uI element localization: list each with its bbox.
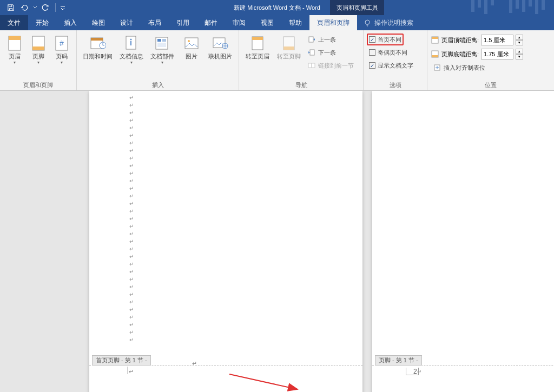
page-1[interactable]: ↵↵↵↵↵↵↵↵↵↵↵↵↵↵↵↵↵↵↵↵↵↵↵↵↵↵↵↵↵↵↵↵↵ ↵ 首页页脚… — [89, 91, 362, 392]
svg-text:#: # — [60, 39, 64, 48]
picture-button[interactable]: 图片 — [179, 32, 205, 62]
group-position: 页眉顶端距离: ▴▾ 页脚底端距离: ▴▾ 插入对齐制表位 位置 — [427, 30, 554, 90]
group-header-footer: 页眉 ▾ 页脚 ▾ # 页码 ▾ 页眉和页脚 — [0, 30, 77, 90]
footer-bottom-input[interactable] — [481, 49, 513, 59]
different-odd-even-checkbox[interactable]: 奇偶页不同 — [367, 46, 410, 58]
svg-rect-38 — [312, 63, 315, 68]
tell-me-search[interactable]: 操作说明搜索 — [357, 15, 420, 30]
tab-design[interactable]: 设计 — [113, 15, 141, 30]
tab-mail[interactable]: 邮件 — [197, 15, 225, 30]
header-button[interactable]: 页眉 ▾ — [3, 32, 26, 67]
svg-rect-37 — [308, 63, 312, 68]
next-label: 下一条 — [318, 49, 336, 57]
header-top-input[interactable] — [481, 35, 513, 45]
page1-footer-tag: 首页页脚 - 第 1 节 - — [92, 355, 151, 366]
page-2[interactable]: 页脚 - 第 1 节 - 2↵ — [372, 91, 554, 392]
page2-footer-tag: 页脚 - 第 1 节 - — [375, 355, 422, 366]
page-number-value: 2 — [413, 368, 417, 375]
next-section-button[interactable]: 下一条 — [305, 46, 356, 58]
header-top-label: 页眉顶端距离: — [441, 36, 479, 44]
footer-bottom-spinner[interactable]: ▴▾ — [516, 49, 523, 59]
online-picture-button[interactable]: 联机图片 — [206, 32, 235, 62]
save-button[interactable] — [4, 1, 17, 14]
svg-rect-35 — [309, 37, 313, 42]
svg-rect-42 — [432, 55, 438, 57]
spin-down-icon[interactable]: ▾ — [516, 40, 523, 45]
tab-draw[interactable]: 绘图 — [84, 15, 113, 30]
document-canvas[interactable]: ↵↵↵↵↵↵↵↵↵↵↵↵↵↵↵↵↵↵↵↵↵↵↵↵↵↵↵↵↵↵↵↵↵ ↵ 首页页脚… — [0, 91, 554, 392]
svg-point-10 — [365, 20, 370, 24]
docinfo-button[interactable]: 文档信息 ▾ — [116, 32, 146, 67]
picture-icon — [183, 35, 200, 52]
tell-me-placeholder: 操作说明搜索 — [374, 18, 413, 28]
docinfo-label: 文档信息 — [120, 53, 143, 60]
group-label-hf: 页眉和页脚 — [3, 80, 73, 89]
tab-insert[interactable]: 插入 — [56, 15, 84, 30]
chevron-down-icon: ▾ — [130, 60, 133, 65]
datetime-button[interactable]: 日期和时间 — [80, 32, 115, 62]
undo-dropdown[interactable] — [32, 1, 38, 14]
page-number-icon: # — [53, 35, 70, 52]
footer-button[interactable]: 页脚 ▾ — [27, 32, 50, 67]
chevron-down-icon: ▾ — [37, 60, 39, 65]
group-navigation: 转至页眉 转至页脚 上一条 下一条 链接到前一节 — [239, 30, 364, 90]
checkbox-icon: ✓ — [369, 36, 375, 43]
tab-header-footer[interactable]: 页眉和页脚 — [309, 15, 357, 30]
page-number-field[interactable]: 2↵ — [413, 368, 421, 375]
datetime-label: 日期和时间 — [83, 53, 113, 60]
customize-qat-button[interactable] — [59, 1, 67, 14]
svg-line-44 — [229, 374, 298, 389]
svg-rect-18 — [91, 38, 103, 41]
tab-review[interactable]: 审阅 — [225, 15, 253, 30]
header-top-spinner[interactable]: ▴▾ — [516, 35, 523, 45]
undo-button[interactable] — [18, 1, 31, 14]
footer-bottom-distance-row: 页脚底端距离: ▴▾ — [431, 48, 523, 61]
footer-icon — [30, 35, 47, 52]
tab-home[interactable]: 开始 — [28, 15, 56, 30]
footer-label: 页脚 — [32, 53, 44, 60]
goto-footer-button[interactable]: 转至页脚 — [274, 32, 304, 62]
footer-bottom-label: 页脚底端距离: — [441, 50, 479, 58]
spin-up-icon[interactable]: ▴ — [516, 35, 523, 40]
svg-rect-12 — [9, 36, 21, 40]
paragraph-mark: ↵ — [129, 368, 134, 375]
tab-view[interactable]: 视图 — [253, 15, 281, 30]
svg-point-21 — [130, 39, 131, 41]
docparts-button[interactable]: 文档部件 ▾ — [147, 32, 177, 67]
svg-rect-22 — [130, 41, 131, 45]
tab-references[interactable]: 引用 — [169, 15, 197, 30]
separator — [55, 3, 56, 12]
quick-parts-icon — [154, 35, 171, 52]
link-prev-label: 链接到前一节 — [318, 62, 354, 70]
svg-rect-40 — [432, 37, 438, 39]
insert-alignment-tab-button[interactable]: 插入对齐制表位 — [431, 62, 487, 74]
group-insert: 日期和时间 文档信息 ▾ 文档部件 ▾ 图片 联机图片 插入 — [77, 30, 239, 90]
paragraph-mark: ↵ — [417, 369, 421, 375]
annotation-arrow — [227, 372, 303, 392]
goto-footer-label: 转至页脚 — [277, 53, 301, 60]
tab-stop-icon — [433, 63, 441, 72]
svg-rect-27 — [185, 38, 198, 49]
insert-tab-label: 插入对齐制表位 — [444, 64, 485, 72]
online-picture-icon — [212, 35, 229, 52]
ribbon: 页眉 ▾ 页脚 ▾ # 页码 ▾ 页眉和页脚 日期和时间 — [0, 30, 554, 91]
goto-header-button[interactable]: 转至页眉 — [242, 32, 273, 62]
svg-rect-26 — [157, 43, 166, 47]
link-icon — [307, 61, 316, 70]
redo-button[interactable] — [39, 1, 52, 14]
svg-rect-36 — [310, 50, 314, 55]
tab-help[interactable]: 帮助 — [281, 15, 309, 30]
spin-down-icon[interactable]: ▾ — [516, 54, 523, 59]
title-bar: 新建 Microsoft Word 文档 - Word 页眉和页脚工具 — [0, 0, 554, 15]
tab-layout[interactable]: 布局 — [141, 15, 169, 30]
tab-file[interactable]: 文件 — [0, 15, 28, 30]
show-document-text-checkbox[interactable]: ✓ 显示文档文字 — [367, 59, 416, 71]
spin-up-icon[interactable]: ▴ — [516, 49, 523, 54]
diff-first-label: 首页不同 — [378, 36, 401, 44]
ribbon-tabs: 文件 开始 插入 绘图 设计 布局 引用 邮件 审阅 视图 帮助 页眉和页脚 操… — [0, 15, 554, 30]
prev-section-button[interactable]: 上一条 — [305, 34, 356, 45]
svg-rect-32 — [252, 37, 263, 40]
page-number-button[interactable]: # 页码 ▾ — [50, 32, 73, 67]
different-first-page-checkbox[interactable]: ✓ 首页不同 — [367, 34, 404, 45]
page-number-label: 页码 — [56, 53, 68, 60]
